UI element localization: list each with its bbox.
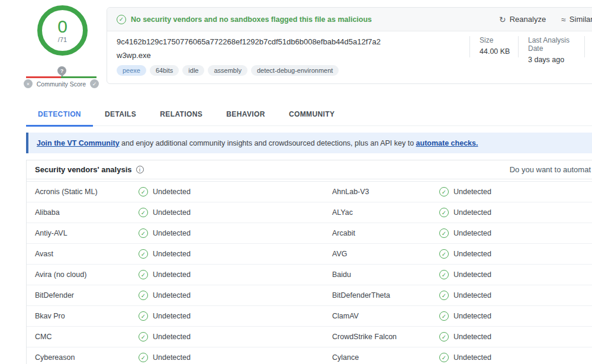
table-row: Antiy-AVL ✓ Undetected Arcabit ✓ Undetec… <box>27 223 592 244</box>
undetected-check-icon: ✓ <box>139 311 148 321</box>
vendor-status: ✓ Undetected <box>139 291 323 300</box>
community-score-row: × Community Score ✓ <box>24 79 99 89</box>
tag-peexe[interactable]: peexe <box>117 65 146 76</box>
vendor-name: Cybereason <box>27 353 139 362</box>
stat-size: Size 44.00 KB <box>469 36 518 57</box>
table-row: Bkav Pro ✓ Undetected ClamAV ✓ Undetecte… <box>27 306 592 327</box>
vendor-status-label: Undetected <box>153 229 191 237</box>
automate-checks-link[interactable]: automate checks. <box>416 139 478 147</box>
vendor-name: Cylance <box>323 353 439 362</box>
analysis-header: Security vendors' analysis i Do you want… <box>27 160 592 179</box>
vendor-table: Acronis (Static ML) ✓ Undetected AhnLab-… <box>27 181 592 364</box>
stat-last-analysis-date: Last Analysis Date 3 days ago <box>518 36 584 57</box>
vendor-status-label: Undetected <box>453 312 491 320</box>
vendor-name: Antiy-AVL <box>27 229 139 237</box>
undetected-check-icon: ✓ <box>439 291 449 300</box>
vendor-name: BitDefenderTheta <box>323 291 439 299</box>
vendor-name: Avira (no cloud) <box>27 270 139 279</box>
verdict-banner: ✓ No security vendors and no sandboxes f… <box>107 8 592 31</box>
vendor-status-label: Undetected <box>453 333 491 341</box>
table-row: CMC ✓ Undetected CrowdStrike Falcon ✓ Un… <box>27 327 592 347</box>
vendor-status: ✓ Undetected <box>439 291 592 300</box>
detection-count: 0 <box>57 18 67 36</box>
reanalyze-icon: ↻ <box>499 15 506 24</box>
table-row: Alibaba ✓ Undetected ALYac ✓ Undetected <box>27 202 592 223</box>
tag-assembly[interactable]: assembly <box>208 65 247 76</box>
tab-details[interactable]: DETAILS <box>93 107 148 125</box>
vendor-status-label: Undetected <box>153 188 191 196</box>
tab-behavior[interactable]: BEHAVIOR <box>214 107 277 125</box>
vendor-name: AVG <box>323 250 439 258</box>
vendor-name: ClamAV <box>323 312 439 320</box>
banner-actions: ↻ Reanalyze ≈ Similar ▾ <box>499 8 592 31</box>
undetected-check-icon: ✓ <box>439 208 449 217</box>
similar-label: Similar <box>570 15 592 24</box>
join-community-banner: Join the VT Community and enjoy addition… <box>26 133 592 153</box>
vendor-name: Avast <box>27 250 139 258</box>
analysis-title: Security vendors' analysis <box>35 165 132 174</box>
vendor-name: Baidu <box>323 270 439 279</box>
vendor-status: ✓ Undetected <box>439 311 592 321</box>
verdict-message: ✓ No security vendors and no sandboxes f… <box>117 15 372 24</box>
tab-relations[interactable]: RELATIONS <box>148 107 214 125</box>
stats-divider <box>584 36 585 57</box>
undetected-check-icon: ✓ <box>139 353 148 362</box>
vendor-status: ✓ Undetected <box>139 187 323 197</box>
community-score-marker-icon: ? <box>57 66 66 75</box>
vendor-status: ✓ Undetected <box>139 332 323 342</box>
undetected-check-icon: ✓ <box>139 249 148 259</box>
undetected-check-icon: ✓ <box>439 187 449 197</box>
undetected-check-icon: ✓ <box>139 208 148 217</box>
tag-64bits[interactable]: 64bits <box>150 65 179 76</box>
vendor-name: BitDefender <box>27 291 139 299</box>
table-row: Avira (no cloud) ✓ Undetected Baidu ✓ Un… <box>27 265 592 285</box>
vendor-status-label: Undetected <box>153 353 191 362</box>
vendor-name: ALYac <box>323 208 439 217</box>
vendor-status: ✓ Undetected <box>139 311 323 321</box>
table-row: Cybereason ✓ Undetected Cylance ✓ Undete… <box>27 347 592 364</box>
vendor-name: AhnLab-V3 <box>323 188 439 196</box>
tab-community[interactable]: COMMUNITY <box>277 107 347 125</box>
file-summary-card: ✓ No security vendors and no sandboxes f… <box>107 7 592 84</box>
undetected-check-icon: ✓ <box>439 332 449 342</box>
reanalyze-button[interactable]: ↻ Reanalyze <box>499 15 546 24</box>
info-icon[interactable]: i <box>136 166 144 173</box>
similar-icon: ≈ <box>561 15 566 24</box>
automate-checks-prompt[interactable]: Do you want to automat <box>510 165 592 174</box>
stat-lad-value: 3 days ago <box>528 56 584 64</box>
file-name[interactable]: w3wp.exe <box>117 51 151 60</box>
undetected-check-icon: ✓ <box>139 228 148 238</box>
detection-score-ring: 0 /71 <box>37 5 88 56</box>
vote-harmless-icon[interactable]: ✓ <box>90 79 99 88</box>
vote-malicious-icon[interactable]: × <box>24 79 33 88</box>
community-score-label: Community Score <box>37 80 86 88</box>
table-row: BitDefender ✓ Undetected BitDefenderThet… <box>27 285 592 306</box>
file-hash[interactable]: 9c4162b129c1750776065a772268ef1292b7cdf5… <box>117 37 381 46</box>
vendor-status: ✓ Undetected <box>439 332 592 342</box>
vendor-status-label: Undetected <box>453 270 491 279</box>
vendor-status-label: Undetected <box>453 229 491 237</box>
tab-detection[interactable]: DETECTION <box>26 107 93 127</box>
undetected-check-icon: ✓ <box>439 228 449 238</box>
similar-button[interactable]: ≈ Similar ▾ <box>561 15 592 24</box>
vendor-status-label: Undetected <box>453 250 491 258</box>
undetected-check-icon: ✓ <box>439 270 449 279</box>
tag-idle[interactable]: idle <box>182 65 204 76</box>
vendor-status: ✓ Undetected <box>139 353 323 362</box>
join-vt-community-link[interactable]: Join the VT Community <box>37 139 120 147</box>
vendor-status: ✓ Undetected <box>439 249 592 259</box>
vendor-name: Bkav Pro <box>27 312 139 320</box>
vendor-status: ✓ Undetected <box>139 208 323 217</box>
check-circle-icon: ✓ <box>117 15 126 24</box>
vendor-status-label: Undetected <box>453 291 491 299</box>
file-details: 9c4162b129c1750776065a772268ef1292b7cdf5… <box>107 31 592 83</box>
vendor-status-label: Undetected <box>153 250 191 258</box>
file-tags: peexe 64bits idle assembly detect-debug-… <box>117 65 339 76</box>
vendor-name: Alibaba <box>27 208 139 217</box>
tag-detect-debug-environment[interactable]: detect-debug-environment <box>251 65 339 76</box>
file-stats: Size 44.00 KB Last Analysis Date 3 days … <box>469 36 585 57</box>
stat-size-label: Size <box>480 36 518 44</box>
stat-lad-label: Last Analysis Date <box>528 36 584 53</box>
table-row: Acronis (Static ML) ✓ Undetected AhnLab-… <box>27 182 592 202</box>
table-row: Avast ✓ Undetected AVG ✓ Undetected <box>27 244 592 265</box>
